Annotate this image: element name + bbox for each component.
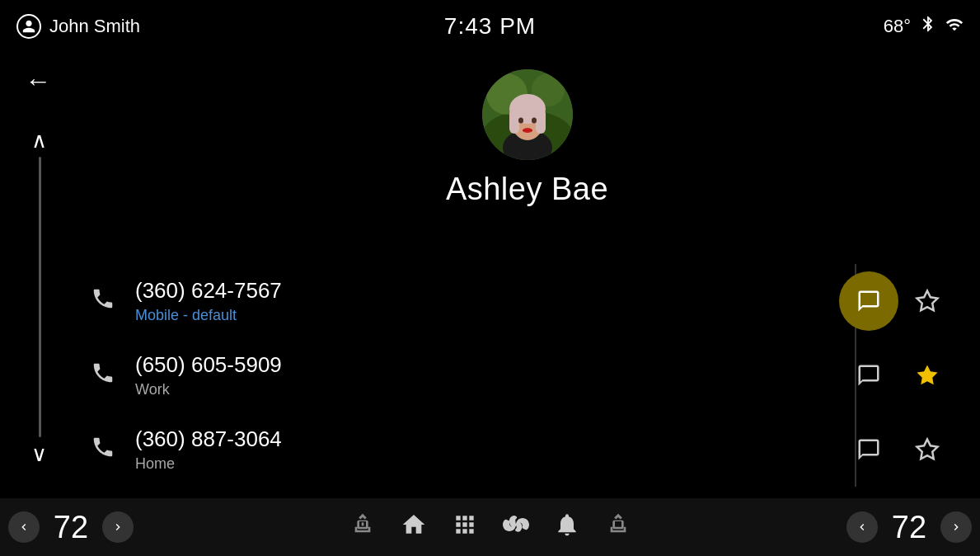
phone-details-2: (650) 605-5909 Work <box>135 352 282 398</box>
status-time: 7:43 PM <box>444 13 536 40</box>
phone-entry-2[interactable]: (650) 605-5909 Work <box>74 338 815 412</box>
status-right: 68° <box>884 15 964 38</box>
phone-number-2: (650) 605-5909 <box>135 352 282 378</box>
message-button-2[interactable] <box>839 346 898 405</box>
phone-entry-1[interactable]: (360) 624-7567 Mobile - default <box>74 264 815 338</box>
action-row-2 <box>815 338 972 412</box>
contact-avatar <box>482 69 573 160</box>
svg-point-10 <box>532 118 537 124</box>
home-icon[interactable] <box>401 511 427 544</box>
favorite-button-3[interactable] <box>907 429 948 470</box>
signal-icon <box>945 16 964 38</box>
phone-label-3: Home <box>135 455 282 473</box>
action-row-3 <box>815 412 972 487</box>
actions-column <box>815 264 972 487</box>
right-temp-decrease[interactable] <box>846 511 878 543</box>
temperature-display: 68° <box>884 16 911 37</box>
left-temp-increase[interactable] <box>102 511 134 543</box>
right-temp-control: 72 <box>846 510 972 545</box>
user-icon <box>16 14 41 39</box>
phone-icon-1 <box>91 286 115 317</box>
svg-marker-13 <box>917 291 938 311</box>
avatar-image <box>482 69 573 160</box>
svg-rect-8 <box>536 109 546 134</box>
back-button[interactable]: ← <box>25 66 51 97</box>
bluetooth-icon <box>919 15 937 38</box>
left-temp-value: 72 <box>46 510 96 545</box>
phone-number-1: (360) 624-7567 <box>135 278 282 304</box>
apps-icon[interactable] <box>452 511 478 544</box>
left-temp-control: 72 <box>8 510 134 545</box>
favorite-button-1[interactable] <box>907 280 948 322</box>
phone-icon-2 <box>91 360 115 391</box>
left-temp-decrease[interactable] <box>8 511 40 543</box>
scroll-indicator <box>39 157 41 437</box>
bottom-bar: 72 <box>0 498 980 556</box>
contact-section: Ashley Bae <box>74 53 980 207</box>
status-left: John Smith <box>16 14 140 39</box>
phone-entry-3[interactable]: (360) 887-3064 Home <box>74 412 815 487</box>
svg-marker-14 <box>917 365 938 385</box>
phone-number-3: (360) 887-3064 <box>135 426 282 452</box>
user-name: John Smith <box>49 16 140 37</box>
seat-heat-left-icon[interactable] <box>349 511 376 544</box>
phone-details-1: (360) 624-7567 Mobile - default <box>135 278 282 324</box>
bottom-center-icons <box>349 511 631 544</box>
svg-point-9 <box>518 118 523 124</box>
seat-heat-right-icon[interactable] <box>605 511 631 544</box>
favorite-button-2[interactable] <box>907 355 948 396</box>
scroll-down-button[interactable]: ∨ <box>31 441 47 467</box>
scroll-up-button[interactable]: ∧ <box>31 128 47 153</box>
right-temp-increase[interactable] <box>940 511 972 543</box>
phone-label-2: Work <box>135 381 282 398</box>
svg-marker-15 <box>917 440 938 459</box>
fan-icon[interactable] <box>503 511 529 544</box>
contact-name: Ashley Bae <box>446 172 608 207</box>
message-button-1[interactable] <box>839 271 898 331</box>
phone-list: (360) 624-7567 Mobile - default (650) 60… <box>74 264 815 487</box>
phone-label-1: Mobile - default <box>135 307 282 324</box>
status-bar: John Smith 7:43 PM 68° <box>0 0 980 53</box>
action-row-1 <box>815 264 972 338</box>
notification-icon[interactable] <box>554 511 580 544</box>
message-button-3[interactable] <box>839 420 898 479</box>
phone-icon-3 <box>91 435 115 465</box>
phone-details-3: (360) 887-3064 Home <box>135 426 282 473</box>
right-temp-value: 72 <box>884 510 934 545</box>
svg-rect-7 <box>509 109 519 134</box>
